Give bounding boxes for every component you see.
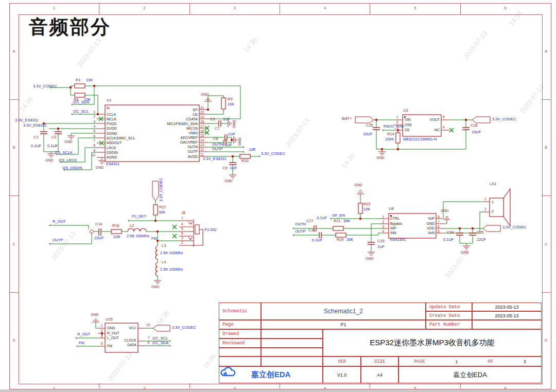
r1-refdes[interactable]: R1: [76, 78, 81, 82]
net-label-3v3-es8311[interactable]: 3.3V_ES8311: [203, 157, 227, 161]
u1-part-label[interactable]: ES8311: [106, 162, 119, 166]
l3-refdes[interactable]: L3: [162, 244, 166, 248]
net-label-radio-pow[interactable]: RADIO_POW: [384, 125, 404, 129]
l4-value[interactable]: 2.5K 100Mhz: [160, 268, 183, 272]
net-label-i2c-sda[interactable]: I2C_SDA: [152, 341, 168, 345]
net-label-3v3-es8311[interactable]: 3.3V_ES8311: [15, 118, 39, 122]
net-label-3v3-es8311[interactable]: 3.3V_ES8311: [23, 123, 47, 128]
c31-value[interactable]: 0.1UF: [312, 238, 322, 242]
c9-value[interactable]: 1UF: [230, 166, 237, 170]
c28-refdes[interactable]: C28: [471, 123, 478, 128]
net-label-pj-det[interactable]: PJ_DET: [132, 215, 146, 219]
tb-part-value: [472, 320, 542, 329]
c25-refdes[interactable]: C25: [366, 123, 373, 128]
net-label-i2c-scl[interactable]: I2C_SCL: [152, 336, 168, 341]
c33-value[interactable]: 1UF: [377, 245, 385, 249]
c7-value[interactable]: 1UF: [228, 132, 235, 136]
c28-value[interactable]: 10UF: [472, 130, 481, 134]
l3-value[interactable]: 2.5K 100Mhz: [160, 251, 183, 255]
c3-refdes[interactable]: C3: [210, 117, 215, 121]
net-label-i2s-sclk[interactable]: I2S_SCLK: [55, 151, 73, 155]
r1-value[interactable]: 10K: [86, 78, 93, 82]
net-label-outn[interactable]: OUTN: [212, 142, 223, 147]
r14-refdes[interactable]: R14: [387, 132, 394, 136]
ls1-refdes[interactable]: LS1: [490, 182, 496, 186]
r9-value[interactable]: 10K: [228, 102, 234, 106]
net-label-fm[interactable]: FM: [79, 341, 84, 345]
repeat-item: 4: [280, 383, 370, 388]
c14-refdes[interactable]: C14: [95, 222, 102, 226]
repeat-item: DGND: [107, 131, 135, 136]
net-label-3v3-codec[interactable]: 3.3V_CODEC: [33, 84, 57, 88]
c1-value[interactable]: 0.1UF: [31, 144, 41, 148]
l2-refdes[interactable]: L2: [130, 224, 134, 228]
net-label-bat[interactable]: BAT+: [342, 117, 352, 121]
net-label-outn[interactable]: OUTN: [295, 222, 306, 226]
net-label-gf-en[interactable]: GF_EN: [332, 213, 345, 218]
r14-value[interactable]: 100K: [385, 137, 394, 141]
u15-pin-num: 5: [101, 342, 103, 346]
c31-refdes[interactable]: C31: [308, 228, 316, 233]
net-label-3v3-codec-vertical[interactable]: 3.3V_CODEC: [159, 177, 163, 202]
c34-refdes[interactable]: C34: [447, 230, 454, 235]
net-label-3v3-codec[interactable]: 3.3V_CODEC: [492, 117, 516, 121]
u15-refdes[interactable]: U15: [106, 317, 113, 322]
net-label-outp[interactable]: OUTP: [53, 238, 63, 242]
c3-value[interactable]: 1UF: [223, 117, 230, 121]
c33-refdes[interactable]: C33: [377, 239, 385, 243]
j8-refdes[interactable]: J8: [181, 211, 185, 215]
c35-refdes[interactable]: C35: [477, 230, 484, 235]
u8-refdes[interactable]: U8: [389, 207, 394, 211]
c25-value[interactable]: 10UF: [363, 132, 372, 136]
r9-refdes[interactable]: R9: [228, 97, 233, 101]
r22-refdes[interactable]: R22: [363, 202, 371, 206]
u3-refdes[interactable]: U3: [403, 109, 408, 113]
r27-refdes[interactable]: R27: [159, 205, 166, 209]
c27-refdes[interactable]: C27: [306, 219, 314, 223]
net-label-i2s-lrck[interactable]: I2S_LRCK: [59, 158, 77, 163]
net-label-i2c-scl[interactable]: I2C_SCL: [73, 110, 89, 114]
r21-value[interactable]: 30K: [343, 219, 350, 223]
net-label-r-out[interactable]: R_OUT: [53, 220, 65, 224]
net-label-r-out[interactable]: R_OUT: [77, 332, 90, 336]
repeat-item: 3: [190, 3, 280, 14]
u8-part-label[interactable]: NS4150C: [390, 238, 407, 242]
net-label-i2c-sda[interactable]: I2C_SDA: [73, 100, 89, 104]
c14-value[interactable]: 22UF: [94, 236, 103, 240]
u1-refdes[interactable]: U1: [107, 98, 112, 102]
u15-pin-num: 8: [148, 341, 150, 345]
u8-pin-vdd: VDD: [422, 226, 435, 230]
net-label-3v3-codec[interactable]: 3.3V_CODEC: [172, 326, 196, 330]
net-label-outp[interactable]: OUTP: [295, 229, 306, 234]
l2-value[interactable]: 2.5K 100Mhz: [127, 234, 149, 238]
c1-refdes[interactable]: C1: [33, 135, 39, 139]
c8-refdes[interactable]: C8: [213, 137, 218, 141]
c2-value[interactable]: 0.1UF: [47, 144, 58, 148]
ruler-bottom: 123456: [9, 383, 550, 388]
c9-refdes[interactable]: C9: [222, 166, 228, 170]
r16-value[interactable]: 22R: [113, 235, 120, 239]
j8-part-label[interactable]: PJ-342: [204, 228, 217, 232]
c35-value[interactable]: 22UF: [477, 238, 486, 242]
r21-refdes[interactable]: R21: [334, 219, 341, 223]
r24-refdes[interactable]: R24: [337, 238, 344, 242]
net-label-3v3-codec[interactable]: 3.3V_CODEC: [502, 225, 527, 229]
c8-value[interactable]: 1UF: [225, 143, 232, 147]
r22-value[interactable]: 10K: [363, 207, 370, 211]
r27-value[interactable]: 30K: [159, 210, 165, 215]
l4-refdes[interactable]: L4: [162, 260, 166, 264]
r10-value[interactable]: 10R: [249, 148, 256, 152]
net-label-i2s-dsdin[interactable]: I2S_DSDIN: [62, 166, 82, 170]
c34-value[interactable]: 0.1UF: [443, 238, 454, 242]
r16-refdes[interactable]: R16: [112, 224, 119, 228]
c2-refdes[interactable]: C2: [51, 135, 57, 139]
c27-value[interactable]: 0.1UF: [317, 216, 327, 220]
r24-value[interactable]: 30K: [346, 238, 353, 242]
net-label-3v3-codec[interactable]: 3.3V_CODEC: [261, 152, 285, 156]
u3-part-label[interactable]: ME6211C33M5G-N: [403, 137, 437, 141]
r10-refdes[interactable]: R10: [241, 159, 249, 163]
net-label-fm[interactable]: FM: [151, 237, 157, 241]
c7-refdes[interactable]: C7: [215, 127, 220, 131]
repeat-item: 1: [9, 383, 99, 388]
net-label-outp[interactable]: OUTP: [212, 147, 223, 151]
